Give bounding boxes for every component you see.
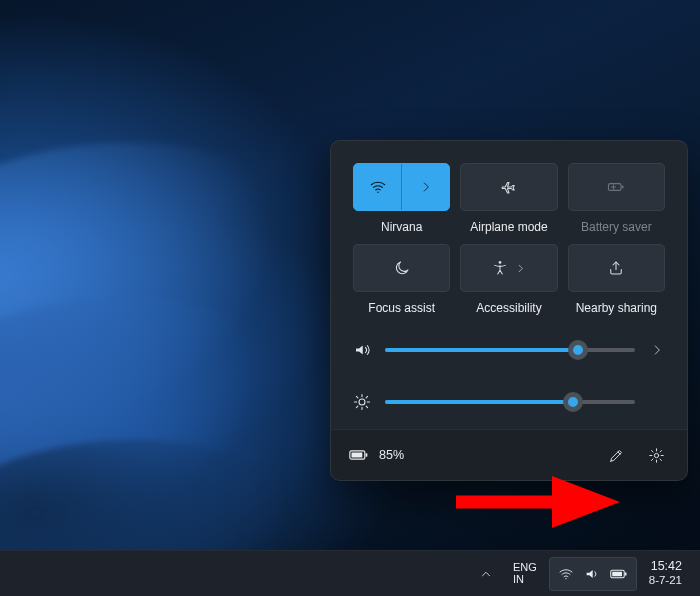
wifi-icon: [558, 566, 574, 582]
edit-quick-settings-button[interactable]: [601, 440, 631, 470]
taskbar-time: 15:42: [651, 560, 682, 574]
svg-rect-14: [625, 572, 627, 575]
battery-percent-text: 85%: [379, 448, 404, 462]
chevron-right-icon: [419, 180, 433, 194]
volume-row: [353, 341, 665, 359]
moon-icon: [393, 259, 411, 277]
battery-saver-tile-label: Battery saver: [581, 220, 652, 234]
wifi-toggle[interactable]: [354, 164, 401, 210]
brightness-row: [353, 393, 665, 411]
svg-point-3: [499, 261, 502, 264]
gear-icon: [648, 447, 665, 464]
battery-status-icon: [349, 448, 369, 462]
svg-point-8: [654, 453, 658, 457]
accessibility-tile-label: Accessibility: [476, 301, 541, 315]
pencil-icon: [608, 447, 625, 464]
quick-settings-tiles: Nirvana Airplane mode Battery saver: [331, 141, 687, 321]
svg-point-4: [359, 399, 365, 405]
chevron-up-icon: [479, 567, 493, 581]
nearby-sharing-tile-label: Nearby sharing: [576, 301, 657, 315]
tray-overflow-button[interactable]: [471, 557, 501, 591]
wifi-expand[interactable]: [401, 164, 449, 210]
svg-rect-7: [366, 453, 368, 456]
accessibility-icon: [491, 259, 509, 277]
taskbar-date: 8-7-21: [649, 574, 682, 587]
battery-saver-tile: [568, 163, 665, 211]
volume-icon: [584, 566, 600, 582]
svg-point-0: [377, 192, 379, 194]
airplane-icon: [500, 178, 518, 196]
wifi-tile[interactable]: [353, 163, 450, 211]
taskbar: ENG IN 15:42 8-7-21: [0, 550, 700, 596]
quick-settings-sliders: [331, 321, 687, 429]
brightness-icon: [353, 393, 371, 411]
system-tray-network-volume-battery[interactable]: [549, 557, 637, 591]
clock[interactable]: 15:42 8-7-21: [641, 557, 690, 591]
svg-marker-10: [552, 476, 620, 528]
airplane-mode-tile-label: Airplane mode: [470, 220, 547, 234]
language-line-1: ENG: [513, 562, 537, 574]
wifi-icon: [369, 178, 387, 196]
quick-settings-panel: Nirvana Airplane mode Battery saver: [330, 140, 688, 481]
chevron-right-icon: [515, 263, 526, 274]
battery-icon: [610, 568, 628, 580]
svg-point-11: [565, 578, 566, 579]
nearby-share-icon: [607, 259, 625, 277]
brightness-slider[interactable]: [385, 400, 635, 404]
battery-saver-icon: [606, 177, 626, 197]
focus-assist-tile-label: Focus assist: [368, 301, 435, 315]
svg-rect-2: [622, 186, 624, 189]
accessibility-tile[interactable]: [460, 244, 557, 292]
quick-settings-footer: 85%: [331, 429, 687, 480]
open-settings-button[interactable]: [641, 440, 671, 470]
language-line-2: IN: [513, 574, 524, 586]
svg-rect-13: [612, 571, 622, 576]
focus-assist-tile[interactable]: [353, 244, 450, 292]
language-switcher[interactable]: ENG IN: [505, 557, 545, 591]
volume-slider[interactable]: [385, 348, 635, 352]
airplane-mode-tile[interactable]: [460, 163, 557, 211]
volume-icon: [353, 341, 371, 359]
wifi-tile-label: Nirvana: [381, 220, 422, 234]
volume-more-button[interactable]: [649, 343, 665, 357]
annotation-arrow: [452, 472, 622, 532]
nearby-sharing-tile[interactable]: [568, 244, 665, 292]
chevron-right-icon: [650, 343, 664, 357]
svg-rect-6: [352, 453, 363, 458]
